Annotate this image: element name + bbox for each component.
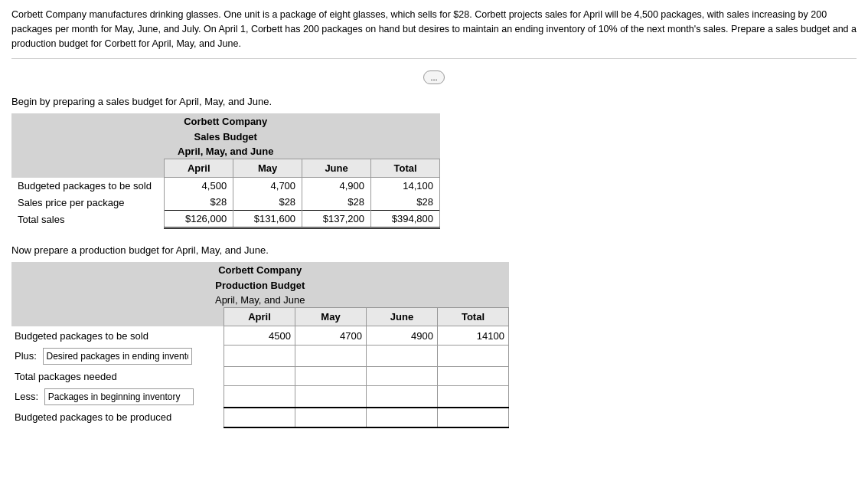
- sales-price-june-dollar: $: [348, 196, 353, 208]
- sales-col-header-row: April May June Total: [11, 159, 440, 178]
- prod-produced-april-cell[interactable]: [224, 408, 295, 427]
- sales-price-may: $ 28: [233, 194, 302, 211]
- prod-produced-total-cell[interactable]: [438, 408, 509, 427]
- production-budget-table: Corbett Company Production Budget April,…: [11, 262, 509, 428]
- prod-beg-inv-may[interactable]: [296, 388, 365, 405]
- prod-less-label: Less:: [15, 391, 38, 402]
- prod-packages-sold-june-cell[interactable]: [367, 326, 438, 346]
- sales-col-may: May: [233, 159, 302, 178]
- prod-ending-inv-label-cell: Plus:: [11, 346, 224, 367]
- sales-col-total: Total: [371, 159, 440, 178]
- prod-beg-inv-total[interactable]: [439, 388, 507, 405]
- prod-produced-may-cell[interactable]: [295, 408, 367, 427]
- prod-beg-inv-label-cell: Less:: [11, 386, 224, 408]
- sales-price-april: $ 28: [165, 194, 233, 211]
- prod-row-ending-inventory: Plus:: [11, 346, 509, 367]
- prod-total-needed-label: Total packages needed: [11, 367, 224, 386]
- prod-beg-inv-total-cell[interactable]: [438, 386, 509, 408]
- prod-table-title: Production Budget: [11, 278, 509, 293]
- sales-col-empty: [11, 159, 165, 178]
- sales-total-april-val: 126,000: [191, 213, 227, 224]
- sales-total-april: $ 126,000: [165, 211, 233, 228]
- prod-packages-sold-april-cell[interactable]: [224, 326, 295, 346]
- prod-packages-sold-june[interactable]: [367, 327, 436, 344]
- sales-total-total-dollar: $: [392, 213, 397, 224]
- prod-packages-sold-total[interactable]: [439, 327, 507, 344]
- prod-beg-inv-june-cell[interactable]: [367, 386, 438, 408]
- intro-text: Corbett Company manufactures drinking gl…: [11, 8, 857, 59]
- prod-col-total: Total: [438, 308, 509, 326]
- prod-ending-inv-total[interactable]: [439, 348, 507, 365]
- prod-total-needed-total-cell[interactable]: [438, 367, 509, 386]
- sales-col-june: June: [302, 159, 371, 178]
- prod-produced-total[interactable]: [439, 409, 507, 426]
- sales-packages-june: 4,900: [302, 178, 371, 195]
- prod-produced-may[interactable]: [296, 409, 365, 426]
- sales-total-may-val: 131,600: [259, 213, 295, 224]
- sales-price-total: $ 28: [371, 194, 440, 211]
- prod-total-needed-april-cell[interactable]: [224, 367, 295, 386]
- ellipsis-button[interactable]: ...: [423, 70, 444, 84]
- prod-row-to-be-produced: Budgeted packages to be produced: [11, 408, 509, 427]
- sales-total-total-val: 394,800: [397, 213, 433, 224]
- prod-to-be-produced-label: Budgeted packages to be produced: [11, 408, 224, 427]
- prod-packages-sold-total-cell[interactable]: [438, 326, 509, 346]
- prod-beg-inv-may-cell[interactable]: [295, 386, 367, 408]
- sales-table-company-row: Corbett Company: [11, 113, 440, 129]
- prod-beg-inv-june[interactable]: [367, 388, 436, 405]
- sales-total-june: $ 137,200: [302, 211, 371, 228]
- prod-title-row: Production Budget: [11, 278, 509, 293]
- sales-table-title-row: Sales Budget: [11, 129, 440, 144]
- sales-budget-section: Begin by preparing a sales budget for Ap…: [11, 96, 857, 229]
- prod-ending-inv-may[interactable]: [296, 348, 365, 365]
- prod-plus-label: Plus:: [15, 350, 37, 362]
- prod-ending-inv-june[interactable]: [367, 348, 436, 365]
- prod-col-april: April: [224, 308, 295, 326]
- prod-packages-sold-april[interactable]: [225, 327, 294, 344]
- prod-produced-june-cell[interactable]: [367, 408, 438, 427]
- prod-total-needed-may[interactable]: [296, 368, 365, 385]
- prod-packages-sold-may[interactable]: [296, 327, 365, 344]
- sales-col-april: April: [165, 159, 233, 178]
- prod-total-needed-june-cell[interactable]: [367, 367, 438, 386]
- sales-price-june-val: 28: [354, 196, 364, 208]
- prod-ending-inv-april[interactable]: [225, 348, 294, 365]
- prod-col-header-row: April May June Total: [11, 308, 509, 326]
- prod-total-needed-april[interactable]: [225, 368, 294, 385]
- sales-table-subtitle: April, May, and June: [11, 144, 440, 159]
- prod-produced-june[interactable]: [367, 409, 436, 426]
- prod-ending-inv-input[interactable]: [43, 348, 192, 365]
- prod-beg-inv-input[interactable]: [44, 388, 194, 405]
- production-budget-section: Now prepare a production budget for Apri…: [11, 244, 857, 428]
- prod-ending-inv-may-cell[interactable]: [295, 346, 367, 367]
- prod-ending-inv-april-cell[interactable]: [224, 346, 295, 367]
- prod-company-name: Corbett Company: [11, 262, 509, 278]
- sales-row-packages: Budgeted packages to be sold 4,500 4,700…: [11, 178, 440, 195]
- prod-beg-inv-april[interactable]: [225, 388, 294, 405]
- sales-total-may: $ 131,600: [233, 211, 302, 228]
- sales-price-april-val: 28: [216, 196, 227, 208]
- prod-packages-sold-may-cell[interactable]: [295, 326, 367, 346]
- prod-total-needed-total[interactable]: [439, 368, 507, 385]
- prod-ending-inv-total-cell[interactable]: [438, 346, 509, 367]
- sales-price-june: $ 28: [302, 194, 371, 211]
- prod-company-row: Corbett Company: [11, 262, 509, 278]
- prod-produced-april[interactable]: [225, 409, 294, 426]
- sales-price-may-dollar: $: [279, 196, 284, 208]
- sales-table-subtitle-row: April, May, and June: [11, 144, 440, 159]
- prod-ending-inv-june-cell[interactable]: [367, 346, 438, 367]
- sales-row-price-label: Sales price per package: [11, 194, 165, 211]
- sales-price-april-dollar: $: [210, 196, 215, 208]
- prod-col-june: June: [367, 308, 438, 326]
- sales-packages-april: 4,500: [165, 178, 233, 195]
- prod-subtitle-row: April, May, and June: [11, 293, 509, 308]
- prod-total-needed-june[interactable]: [367, 368, 436, 385]
- prod-row-total-needed: Total packages needed: [11, 367, 509, 386]
- sales-price-total-dollar: $: [416, 196, 422, 208]
- prod-total-needed-may-cell[interactable]: [295, 367, 367, 386]
- sales-total-june-val: 137,200: [328, 213, 364, 224]
- sales-price-may-val: 28: [285, 196, 295, 208]
- prod-col-empty: [11, 308, 224, 326]
- prod-beg-inv-april-cell[interactable]: [224, 386, 295, 408]
- prod-row-packages-sold: Budgeted packages to be sold: [11, 326, 509, 346]
